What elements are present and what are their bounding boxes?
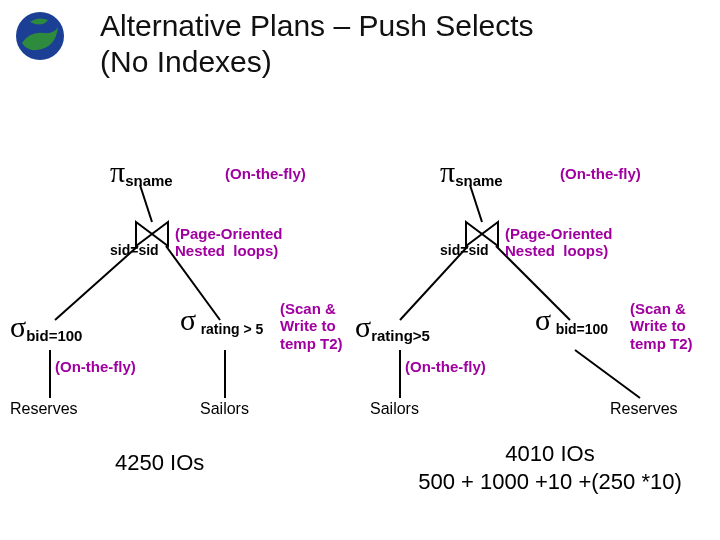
sigma-symbol: σ: [535, 303, 551, 336]
right-sigma-left: σrating>5: [355, 310, 430, 344]
right-cost-line1: 4010 IOs: [390, 440, 710, 468]
right-sigma-right: σ bid=100: [535, 303, 608, 337]
left-sigma-left-annot: (On-the-fly): [55, 358, 136, 375]
left-cost: 4250 IOs: [115, 450, 204, 476]
left-project-annot: (On-the-fly): [225, 165, 306, 182]
right-rel-left: Sailors: [370, 400, 419, 418]
svg-line-1: [140, 185, 152, 222]
globe-icon: [12, 8, 68, 64]
sigma-symbol: σ: [180, 303, 196, 336]
sigma-subscript: bid=100: [26, 327, 82, 344]
left-sigma-left: σbid=100: [10, 310, 82, 344]
pi-subscript: sname: [455, 172, 503, 189]
right-cost: 4010 IOs 500 + 1000 +10 +(250 *10): [390, 440, 710, 495]
left-sigma-right: σ rating > 5: [180, 303, 263, 337]
left-join-cond: sid=sid: [110, 242, 159, 258]
right-project-annot: (On-the-fly): [560, 165, 641, 182]
right-sigma-right-annot: (Scan & Write to temp T2): [630, 300, 693, 352]
left-sigma-right-annot: (Scan & Write to temp T2): [280, 300, 343, 352]
right-project: πsname: [440, 155, 503, 189]
sigma-subscript: bid=100: [556, 321, 609, 337]
left-join-annot: (Page-Oriented Nested loops): [175, 225, 283, 260]
pi-subscript: sname: [125, 172, 173, 189]
left-rel-right: Sailors: [200, 400, 249, 418]
right-join-annot: (Page-Oriented Nested loops): [505, 225, 613, 260]
right-cost-line2: 500 + 1000 +10 +(250 *10): [390, 468, 710, 496]
sigma-symbol: σ: [355, 310, 371, 343]
right-join-cond: sid=sid: [440, 242, 489, 258]
sigma-symbol: σ: [10, 310, 26, 343]
left-rel-left: Reserves: [10, 400, 78, 418]
pi-symbol: π: [440, 155, 455, 188]
sigma-subscript: rating > 5: [201, 321, 264, 337]
right-sigma-left-annot: (On-the-fly): [405, 358, 486, 375]
pi-symbol: π: [110, 155, 125, 188]
sigma-subscript: rating>5: [371, 327, 430, 344]
svg-line-6: [470, 185, 482, 222]
left-project: πsname: [110, 155, 173, 189]
slide-title: Alternative Plans – Push Selects(No Inde…: [100, 8, 534, 80]
right-rel-right: Reserves: [610, 400, 678, 418]
svg-line-10: [575, 350, 640, 398]
